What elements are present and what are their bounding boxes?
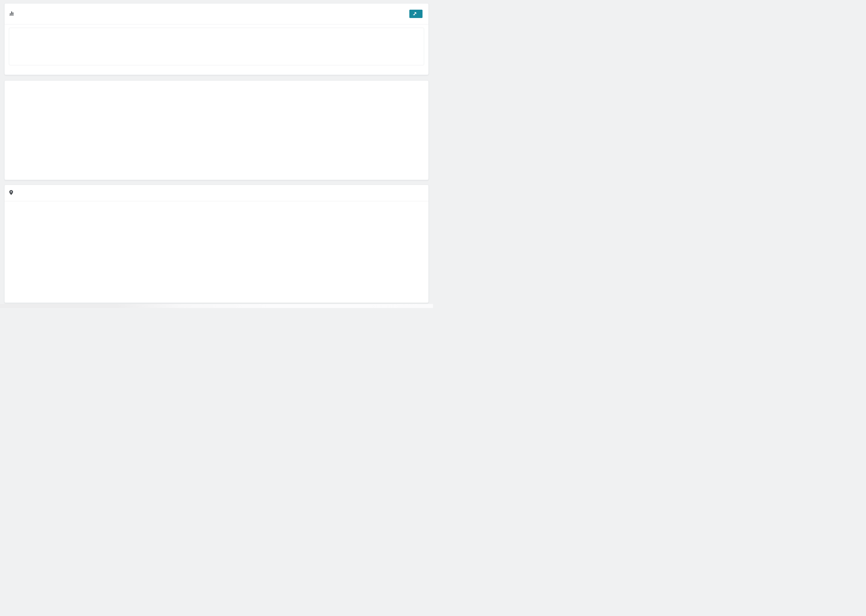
rates-grid-bottom (5, 91, 428, 95)
bar-chart-icon (9, 11, 14, 17)
export-basic-stats-button[interactable] (409, 10, 422, 18)
tracking-stats-header (5, 3, 428, 24)
tracking-stats-card (4, 3, 429, 75)
export-icon (413, 11, 417, 16)
rates-card (4, 80, 429, 180)
geo-opens-header (5, 185, 428, 201)
map-pin-icon (9, 190, 13, 196)
geo-opens-body (5, 201, 428, 303)
bottom-fade-strip (0, 304, 433, 308)
stats-summary-row (9, 28, 424, 65)
geo-opens-table (219, 206, 423, 298)
geo-opens-card (4, 185, 429, 303)
rates-grid-top (5, 81, 428, 84)
geo-opens-pie-chart (26, 204, 112, 290)
